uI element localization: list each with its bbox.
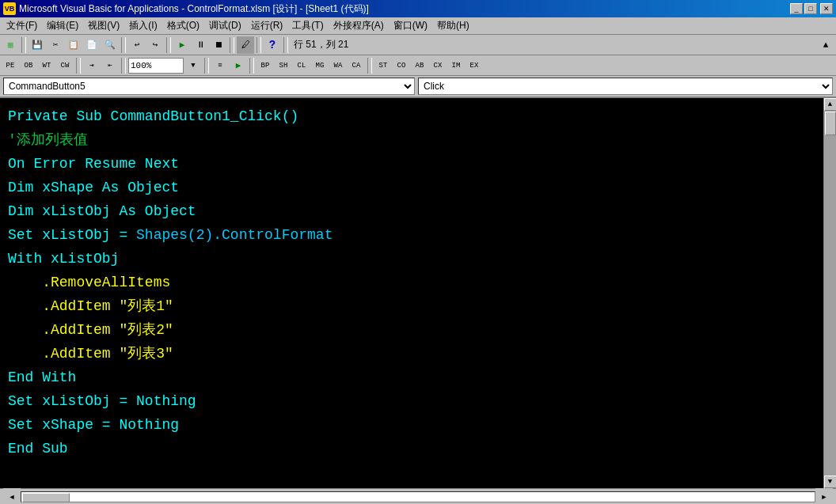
sep9	[204, 58, 209, 74]
tb2-btn1[interactable]: PE	[2, 57, 19, 74]
close-button[interactable]: ✕	[820, 3, 833, 14]
scroll-up-btn[interactable]: ▲	[824, 98, 837, 111]
menu-run[interactable]: 运行(R)	[246, 17, 288, 34]
code-line-6: Set xListObj = Shapes(2).ControlFormat	[8, 223, 815, 247]
tb2-btn-b[interactable]: SH	[275, 57, 292, 74]
procedure-dropdown[interactable]: Click	[418, 78, 833, 95]
code-line-2: '添加列表值	[8, 128, 815, 152]
tb2-btn-l[interactable]: EX	[466, 57, 483, 74]
editor-container: Private Sub CommandButton1_Click() '添加列表…	[0, 98, 836, 488]
menu-file[interactable]: 文件(F)	[2, 17, 42, 34]
toolbar-stop-btn[interactable]: ⏹	[210, 36, 227, 54]
toolbar-run-btn[interactable]: ▶	[173, 36, 191, 54]
vertical-scrollbar[interactable]: ▲ ▼	[823, 98, 836, 488]
toolbar-cut-btn[interactable]: ✂	[47, 36, 64, 54]
sep3	[166, 37, 171, 53]
dropdown-bar: CommandButton5 Click	[0, 76, 836, 98]
menu-debug[interactable]: 调试(D)	[204, 17, 246, 34]
app-icon: VB	[3, 2, 16, 15]
menu-format[interactable]: 格式(O)	[162, 17, 204, 34]
scroll-track[interactable]	[824, 111, 837, 476]
sep1	[21, 37, 26, 53]
toolbar-help-btn[interactable]: ?	[264, 36, 281, 54]
tb2-toggle-btn[interactable]: ≡	[211, 57, 229, 74]
tb2-btn-f[interactable]: CA	[348, 57, 365, 74]
zoom-input[interactable]	[128, 58, 184, 74]
tb2-btn-c[interactable]: CL	[293, 57, 310, 74]
toolbar-1: ▦ 💾 ✂ 📋 📄 🔍 ↩ ↪ ▶ ⏸ ⏹ 🖊 ? 行 51，列 21 ▲	[0, 35, 836, 55]
sep8	[121, 58, 126, 74]
status-arrow-right[interactable]: ►	[815, 488, 833, 505]
tb2-btn4[interactable]: CW	[56, 57, 74, 74]
main-window: VB Microsoft Visual Basic for Applicatio…	[0, 0, 836, 504]
toolbar-copy-btn[interactable]: 📋	[65, 36, 82, 54]
sep2	[121, 37, 126, 53]
code-line-14: Set xShape = Nothing	[8, 413, 815, 437]
menu-window[interactable]: 窗口(W)	[389, 17, 432, 34]
tb2-btn-h[interactable]: CO	[393, 57, 410, 74]
status-bar: ◄ ►	[0, 488, 836, 504]
toolbar-design-btn[interactable]: 🖊	[237, 36, 254, 54]
tb2-btn2[interactable]: OB	[20, 57, 37, 74]
code-line-9: .AddItem "列表1"	[8, 294, 815, 318]
toolbar-paste-btn[interactable]: 📄	[83, 36, 101, 54]
menu-addins[interactable]: 外接程序(A)	[329, 17, 389, 34]
tb2-btn-e[interactable]: WA	[329, 57, 347, 74]
tb2-btn-d[interactable]: MG	[311, 57, 329, 74]
position-text: 行 51，列 21	[291, 38, 352, 51]
code-line-1: Private Sub CommandButton1_Click()	[8, 104, 815, 128]
tb2-btn3[interactable]: WT	[38, 57, 55, 74]
restore-button[interactable]: □	[804, 3, 817, 14]
code-line-7: With xListObj	[8, 247, 815, 271]
sep7	[76, 58, 81, 74]
code-line-15: End Sub	[8, 437, 815, 460]
scroll-down-btn[interactable]: ▼	[824, 476, 837, 488]
toolbar-excel-icon[interactable]: ▦	[2, 36, 19, 54]
horizontal-scrollbar-track[interactable]	[21, 491, 815, 502]
tb2-btn-g[interactable]: ST	[374, 57, 392, 74]
tb2-btn-a[interactable]: BP	[256, 57, 274, 74]
horizontal-scroll-thumb[interactable]	[22, 493, 70, 502]
title-text: Microsoft Visual Basic for Applications …	[19, 2, 369, 16]
object-dropdown[interactable]: CommandButton5	[3, 78, 415, 95]
sep10	[249, 58, 254, 74]
code-line-5: Dim xListObj As Object	[8, 199, 815, 223]
code-line-4: Dim xShape As Object	[8, 176, 815, 199]
sep6	[283, 37, 288, 53]
sep11	[367, 58, 372, 74]
tb2-run2-btn[interactable]: ▶	[230, 57, 247, 74]
toolbar-save-btn[interactable]: 💾	[28, 36, 46, 54]
code-line-3: On Error Resume Next	[8, 152, 815, 176]
status-arrow-left[interactable]: ◄	[3, 488, 21, 505]
tb2-btn-k[interactable]: IM	[447, 57, 465, 74]
sep4	[230, 37, 234, 53]
menu-bar: 文件(F) 编辑(E) 视图(V) 插入(I) 格式(O) 调试(D) 运行(R…	[0, 17, 836, 35]
tb2-outdent[interactable]: ⇤	[101, 57, 119, 74]
tb2-indent[interactable]: ⇥	[83, 57, 101, 74]
menu-view[interactable]: 视图(V)	[83, 17, 124, 34]
toolbar-scroll-up[interactable]: ▲	[817, 36, 834, 54]
menu-tools[interactable]: 工具(T)	[287, 17, 328, 34]
title-bar: VB Microsoft Visual Basic for Applicatio…	[0, 0, 836, 17]
code-line-11: .AddItem "列表3"	[8, 342, 815, 366]
code-line-8: .RemoveAllItems	[8, 271, 815, 294]
code-editor[interactable]: Private Sub CommandButton1_Click() '添加列表…	[0, 98, 823, 488]
toolbar-undo-btn[interactable]: ↩	[128, 36, 146, 54]
menu-insert[interactable]: 插入(I)	[124, 17, 162, 34]
sep5	[256, 37, 261, 53]
tb2-zoom-drop[interactable]: ▼	[184, 57, 202, 74]
tb2-btn-i[interactable]: AB	[411, 57, 428, 74]
code-line-13: Set xListObj = Nothing	[8, 389, 815, 413]
tb2-btn-j[interactable]: CX	[429, 57, 446, 74]
toolbar-redo-btn[interactable]: ↪	[146, 36, 164, 54]
toolbar-find-btn[interactable]: 🔍	[101, 36, 119, 54]
window-controls: _ □ ✕	[790, 3, 833, 14]
code-area: Private Sub CommandButton1_Click() '添加列表…	[0, 98, 823, 467]
code-line-10: .AddItem "列表2"	[8, 318, 815, 342]
menu-edit[interactable]: 编辑(E)	[42, 17, 83, 34]
minimize-button[interactable]: _	[790, 3, 803, 14]
menu-help[interactable]: 帮助(H)	[432, 17, 474, 34]
scroll-thumb[interactable]	[825, 112, 836, 135]
code-line-12: End With	[8, 366, 815, 389]
toolbar-pause-btn[interactable]: ⏸	[192, 36, 209, 54]
